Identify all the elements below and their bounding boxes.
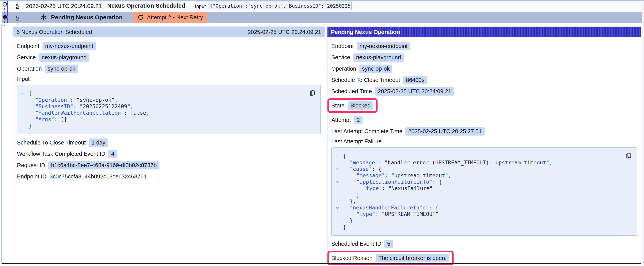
field-value-badge: 2025-02-25 UTC 20:25:27.51 — [406, 127, 484, 136]
json-key: "applicationFailureInfo" — [356, 179, 432, 185]
code-line: "type": "UPSTREAM_TIMEOUT" — [334, 211, 623, 217]
json-text: { — [29, 91, 32, 97]
chevron-down-icon[interactable] — [336, 180, 339, 183]
highlight-annotation: StateBlocked — [328, 98, 378, 113]
field-row-last-attempt-complete-time: Last Attempt Complete Time2025-02-25 UTC… — [331, 127, 637, 136]
vertical-scrollbar[interactable] — [642, 1, 644, 266]
field-value-badge: 2 — [354, 116, 362, 124]
event-row-pending-nexus-operation[interactable]: 5 Pending Nexus Operation Attempt 2 • Ne… — [2, 12, 642, 23]
code-line: "nexusHandlerFailureInfo": { — [334, 204, 623, 211]
event-row-nexus-operation-scheduled[interactable]: 5 2025-02-25 UTC 20:24:09.21 Nexus Opera… — [2, 1, 642, 11]
code-line: } — [334, 217, 623, 224]
code-line: }, — [334, 198, 623, 204]
code-line: "BusinessID": "20250225122409", — [20, 103, 307, 110]
json-text: : { — [372, 166, 382, 172]
field-label: State — [331, 102, 344, 109]
field-value-badge: Blocked — [348, 101, 373, 110]
json-text: } — [29, 123, 32, 129]
copy-button[interactable] — [624, 152, 633, 161]
field-row-state: StateBlocked — [331, 98, 637, 113]
code-line: "Args": [] — [20, 116, 307, 122]
field-value-badge: b1c6a4bc-8ee7-468a-9169-df3b02c8737b — [48, 161, 160, 169]
field-row-scheduled-time: Scheduled Time2025-02-25 UTC 20:24:09.21 — [331, 87, 637, 96]
json-text: } — [350, 217, 353, 223]
json-key: "nexusHandlerFailureInfo" — [350, 205, 429, 211]
retry-icon — [137, 14, 144, 21]
field-label: Scheduled Time — [331, 88, 372, 95]
event-id-link[interactable]: 5 — [16, 3, 19, 9]
field-row-attempt: Attempt2 — [331, 116, 637, 124]
field-row-operation: Operationsync-op-ok — [17, 64, 321, 73]
json-key: "HandlerWaitForCancellation" — [35, 110, 124, 116]
field-row-endpoint: Endpointmy-nexus-endpoint — [331, 42, 637, 50]
copy-button[interactable] — [308, 89, 317, 98]
field-label: Workflow Task Completed Event ID — [17, 151, 105, 157]
input-json-viewer: {"Operation": "sync-op-ok","BusinessID":… — [17, 85, 321, 134]
field-value-badge: nexus-playground — [354, 53, 404, 62]
field-row-scheduled-event-id: Scheduled Event ID5 — [331, 239, 637, 248]
field-label: Service — [331, 54, 350, 61]
json-text: : "sync-op-ok", — [70, 97, 118, 103]
chevron-down-icon[interactable] — [336, 154, 339, 157]
json-text: { — [343, 153, 346, 159]
input-json-lines: {"Operation": "sync-op-ok","BusinessID":… — [20, 90, 307, 129]
field-row-service: Servicenexus-playground — [17, 53, 321, 62]
field-value-badge: sync-op-ok — [359, 65, 392, 73]
json-text: : false, — [124, 110, 149, 116]
json-text: : "upstream timeout", — [385, 172, 451, 178]
event-id-link[interactable]: 5 — [16, 14, 19, 21]
field-row-service: Servicenexus-playground — [331, 53, 637, 62]
field-label: Last Attempt Complete Time — [331, 128, 402, 135]
input-section-label: Input — [17, 76, 321, 82]
field-label: Schedule To Close Timeout — [17, 139, 86, 146]
scheduled-event-detail-panel: 5 Nexus Operation Scheduled 2025-02-25 U… — [13, 27, 325, 263]
scheduled-panel-time: 2025-02-25 UTC 20:24:09.21 — [248, 29, 321, 35]
field-label: Operation — [17, 66, 42, 72]
field-row-endpoint: Endpointmy-nexus-endpoint — [17, 42, 321, 50]
field-label: Blocked Reason — [331, 255, 372, 261]
field-row-workflow-task-completed-event-id: Workflow Task Completed Event ID4 — [17, 150, 321, 158]
code-line: "Operation": "sync-op-ok", — [20, 97, 307, 103]
json-text: } — [343, 224, 346, 230]
pending-fields-top: Endpointmy-nexus-endpointServicenexus-pl… — [331, 42, 637, 136]
event-history-view: 5 2025-02-25 UTC 20:24:09.21 Nexus Opera… — [0, 0, 644, 266]
detail-panel-bottom-rule — [2, 263, 641, 264]
field-row-operation: Operationsync-op-ok — [331, 64, 637, 73]
field-label: Service — [17, 54, 36, 61]
pending-asterisk-icon — [40, 14, 47, 21]
json-key: "type" — [356, 211, 376, 217]
chevron-down-icon[interactable] — [336, 206, 339, 209]
field-label: Attempt — [331, 117, 351, 123]
input-preview-chip: {"Operation":"sync-op-ok","BusinessID":"… — [207, 2, 352, 10]
scheduled-fields-top: Endpointmy-nexus-endpointServicenexus-pl… — [17, 42, 321, 73]
field-label: Scheduled Event ID — [331, 241, 381, 247]
code-line: { — [334, 153, 623, 159]
chevron-down-icon[interactable] — [336, 167, 339, 170]
timeline-selected-bar — [7, 1, 8, 23]
field-value-badge: 4 — [108, 150, 117, 158]
code-line: "cause": { — [334, 166, 623, 172]
retry-status-badge: Attempt 2 • Next Retry — [133, 12, 207, 23]
field-value-badge: my-nexus-endpoint — [42, 42, 96, 50]
pending-panel-title: Pending Nexus Operation — [331, 29, 400, 35]
json-key: "message" — [356, 172, 385, 178]
scheduled-fields-bottom: Schedule To Close Timeout1 dayWorkflow T… — [17, 138, 321, 181]
field-value-badge: 1 day — [89, 138, 108, 147]
code-line: } — [334, 224, 623, 230]
last-attempt-failure-label: Last Attempt Failure — [331, 138, 637, 145]
chevron-down-icon[interactable] — [22, 92, 25, 95]
input-label: Input — [195, 4, 206, 9]
code-line: "applicationFailureInfo": { — [334, 179, 623, 185]
failure-json-viewer: {"message": "handler error (UPSTREAM_TIM… — [331, 147, 637, 235]
code-line: { — [20, 90, 307, 97]
field-label: Operation — [331, 66, 356, 72]
field-label: Endpoint — [17, 43, 39, 49]
field-value-link[interactable]: 3c0c75ccfa8144b092c13ce632463761 — [50, 173, 147, 180]
field-label: Schedule To Close Timeout — [331, 77, 400, 83]
field-value-badge: nexus-playground — [39, 53, 90, 62]
event-timestamp: 2025-02-25 UTC 20:24:09.21 — [26, 3, 102, 9]
timeline-node-active-icon — [3, 15, 7, 19]
field-row-request-id: Request IDb1c6a4bc-8ee7-468a-9169-df3b02… — [17, 161, 321, 169]
copy-icon — [625, 152, 632, 160]
json-text: : { — [432, 179, 442, 185]
